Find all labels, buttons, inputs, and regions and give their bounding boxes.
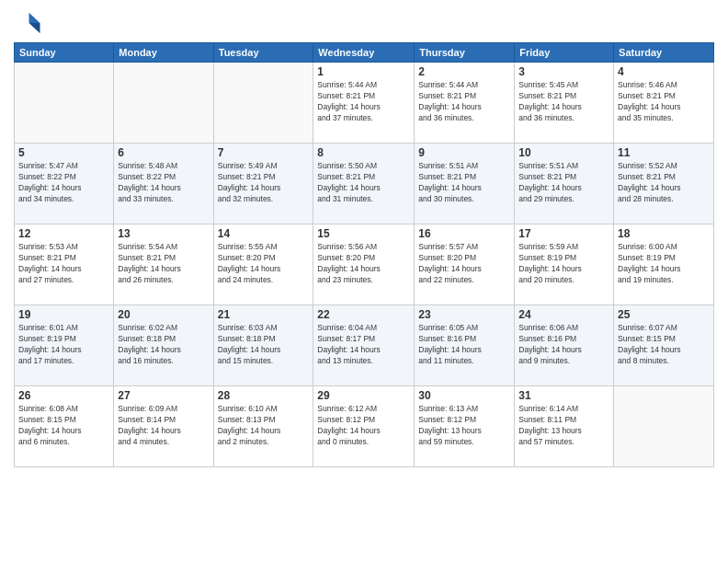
day-info: Sunrise: 5:47 AMSunset: 8:22 PMDaylight:…	[18, 161, 109, 205]
day-info: Sunrise: 5:51 AMSunset: 8:21 PMDaylight:…	[518, 161, 609, 205]
calendar-cell: 29Sunrise: 6:12 AMSunset: 8:12 PMDayligh…	[313, 386, 415, 467]
weekday-header: Thursday	[415, 43, 515, 63]
day-info: Sunrise: 5:59 AMSunset: 8:19 PMDaylight:…	[518, 242, 609, 286]
day-number: 18	[618, 227, 710, 240]
calendar-cell: 12Sunrise: 5:53 AMSunset: 8:21 PMDayligh…	[15, 224, 114, 305]
calendar-week-row: 1Sunrise: 5:44 AMSunset: 8:21 PMDaylight…	[15, 63, 714, 144]
logo	[14, 9, 45, 37]
calendar-cell: 24Sunrise: 6:06 AMSunset: 8:16 PMDayligh…	[515, 305, 614, 386]
day-number: 5	[18, 146, 109, 159]
calendar-cell: 20Sunrise: 6:02 AMSunset: 8:18 PMDayligh…	[114, 305, 213, 386]
weekday-header: Sunday	[15, 43, 114, 63]
calendar-cell: 27Sunrise: 6:09 AMSunset: 8:14 PMDayligh…	[114, 386, 213, 467]
day-number: 23	[418, 308, 510, 321]
calendar-table: SundayMondayTuesdayWednesdayThursdayFrid…	[14, 42, 714, 467]
day-info: Sunrise: 6:03 AMSunset: 8:18 PMDaylight:…	[218, 323, 310, 367]
calendar-cell: 31Sunrise: 6:14 AMSunset: 8:11 PMDayligh…	[515, 386, 614, 467]
calendar-cell: 11Sunrise: 5:52 AMSunset: 8:21 PMDayligh…	[614, 144, 714, 224]
day-info: Sunrise: 6:08 AMSunset: 8:15 PMDaylight:…	[18, 404, 109, 448]
day-number: 12	[18, 227, 109, 240]
day-number: 22	[317, 308, 410, 321]
calendar-cell: 7Sunrise: 5:49 AMSunset: 8:21 PMDaylight…	[213, 144, 313, 224]
day-info: Sunrise: 5:51 AMSunset: 8:21 PMDaylight:…	[418, 161, 510, 205]
day-info: Sunrise: 6:05 AMSunset: 8:16 PMDaylight:…	[418, 323, 510, 367]
calendar-cell: 1Sunrise: 5:44 AMSunset: 8:21 PMDaylight…	[313, 63, 415, 144]
logo-icon	[14, 9, 41, 37]
calendar-cell: 14Sunrise: 5:55 AMSunset: 8:20 PMDayligh…	[213, 224, 313, 305]
calendar-cell: 25Sunrise: 6:07 AMSunset: 8:15 PMDayligh…	[614, 305, 714, 386]
calendar-week-row: 5Sunrise: 5:47 AMSunset: 8:22 PMDaylight…	[15, 144, 714, 224]
day-info: Sunrise: 6:02 AMSunset: 8:18 PMDaylight:…	[118, 323, 209, 367]
day-info: Sunrise: 5:46 AMSunset: 8:21 PMDaylight:…	[618, 80, 710, 124]
day-info: Sunrise: 5:57 AMSunset: 8:20 PMDaylight:…	[418, 242, 510, 286]
day-number: 30	[418, 389, 510, 402]
calendar-cell: 19Sunrise: 6:01 AMSunset: 8:19 PMDayligh…	[15, 305, 114, 386]
day-info: Sunrise: 6:06 AMSunset: 8:16 PMDaylight:…	[518, 323, 609, 367]
day-number: 11	[618, 146, 710, 159]
calendar-cell: 16Sunrise: 5:57 AMSunset: 8:20 PMDayligh…	[415, 224, 515, 305]
day-info: Sunrise: 6:04 AMSunset: 8:17 PMDaylight:…	[317, 323, 410, 367]
day-number: 16	[418, 227, 510, 240]
day-number: 4	[618, 65, 710, 78]
day-number: 15	[317, 227, 410, 240]
day-number: 2	[418, 65, 510, 78]
day-info: Sunrise: 5:54 AMSunset: 8:21 PMDaylight:…	[118, 242, 209, 286]
calendar-cell: 8Sunrise: 5:50 AMSunset: 8:21 PMDaylight…	[313, 144, 415, 224]
day-number: 29	[317, 389, 410, 402]
calendar-cell: 10Sunrise: 5:51 AMSunset: 8:21 PMDayligh…	[515, 144, 614, 224]
day-info: Sunrise: 6:01 AMSunset: 8:19 PMDaylight:…	[18, 323, 109, 367]
day-number: 10	[518, 146, 609, 159]
calendar-cell: 26Sunrise: 6:08 AMSunset: 8:15 PMDayligh…	[15, 386, 114, 467]
day-number: 25	[618, 308, 710, 321]
day-number: 9	[418, 146, 510, 159]
svg-marker-1	[29, 23, 40, 33]
day-number: 21	[218, 308, 310, 321]
day-info: Sunrise: 5:48 AMSunset: 8:22 PMDaylight:…	[118, 161, 209, 205]
calendar-cell: 2Sunrise: 5:44 AMSunset: 8:21 PMDaylight…	[415, 63, 515, 144]
day-number: 3	[518, 65, 609, 78]
calendar-cell: 15Sunrise: 5:56 AMSunset: 8:20 PMDayligh…	[313, 224, 415, 305]
calendar-cell: 21Sunrise: 6:03 AMSunset: 8:18 PMDayligh…	[213, 305, 313, 386]
page: SundayMondayTuesdayWednesdayThursdayFrid…	[0, 0, 728, 563]
day-info: Sunrise: 6:00 AMSunset: 8:19 PMDaylight:…	[618, 242, 710, 286]
calendar-cell: 4Sunrise: 5:46 AMSunset: 8:21 PMDaylight…	[614, 63, 714, 144]
calendar-cell	[114, 63, 213, 144]
day-number: 19	[18, 308, 109, 321]
day-info: Sunrise: 5:50 AMSunset: 8:21 PMDaylight:…	[317, 161, 410, 205]
weekday-header: Monday	[114, 43, 213, 63]
day-info: Sunrise: 6:10 AMSunset: 8:13 PMDaylight:…	[218, 404, 310, 448]
day-number: 8	[317, 146, 410, 159]
day-info: Sunrise: 5:52 AMSunset: 8:21 PMDaylight:…	[618, 161, 710, 205]
calendar-week-row: 26Sunrise: 6:08 AMSunset: 8:15 PMDayligh…	[15, 386, 714, 467]
day-info: Sunrise: 5:45 AMSunset: 8:21 PMDaylight:…	[518, 80, 609, 124]
svg-marker-0	[29, 13, 40, 23]
calendar-cell: 22Sunrise: 6:04 AMSunset: 8:17 PMDayligh…	[313, 305, 415, 386]
day-info: Sunrise: 5:44 AMSunset: 8:21 PMDaylight:…	[418, 80, 510, 124]
day-number: 28	[218, 389, 310, 402]
calendar-cell: 18Sunrise: 6:00 AMSunset: 8:19 PMDayligh…	[614, 224, 714, 305]
calendar-cell: 5Sunrise: 5:47 AMSunset: 8:22 PMDaylight…	[15, 144, 114, 224]
calendar-header-row: SundayMondayTuesdayWednesdayThursdayFrid…	[15, 43, 714, 63]
weekday-header: Wednesday	[313, 43, 415, 63]
day-info: Sunrise: 6:07 AMSunset: 8:15 PMDaylight:…	[618, 323, 710, 367]
day-info: Sunrise: 6:09 AMSunset: 8:14 PMDaylight:…	[118, 404, 209, 448]
day-info: Sunrise: 6:14 AMSunset: 8:11 PMDaylight:…	[518, 404, 609, 448]
day-info: Sunrise: 5:55 AMSunset: 8:20 PMDaylight:…	[218, 242, 310, 286]
day-number: 7	[218, 146, 310, 159]
day-number: 27	[118, 389, 209, 402]
calendar-cell: 9Sunrise: 5:51 AMSunset: 8:21 PMDaylight…	[415, 144, 515, 224]
day-info: Sunrise: 5:49 AMSunset: 8:21 PMDaylight:…	[218, 161, 310, 205]
weekday-header: Saturday	[614, 43, 714, 63]
day-number: 31	[518, 389, 609, 402]
day-number: 17	[518, 227, 609, 240]
day-info: Sunrise: 5:53 AMSunset: 8:21 PMDaylight:…	[18, 242, 109, 286]
day-number: 13	[118, 227, 209, 240]
day-number: 24	[518, 308, 609, 321]
header	[14, 9, 714, 37]
day-number: 6	[118, 146, 209, 159]
calendar-cell: 30Sunrise: 6:13 AMSunset: 8:12 PMDayligh…	[415, 386, 515, 467]
day-info: Sunrise: 6:13 AMSunset: 8:12 PMDaylight:…	[418, 404, 510, 448]
calendar-cell: 6Sunrise: 5:48 AMSunset: 8:22 PMDaylight…	[114, 144, 213, 224]
calendar-week-row: 19Sunrise: 6:01 AMSunset: 8:19 PMDayligh…	[15, 305, 714, 386]
day-number: 1	[317, 65, 410, 78]
